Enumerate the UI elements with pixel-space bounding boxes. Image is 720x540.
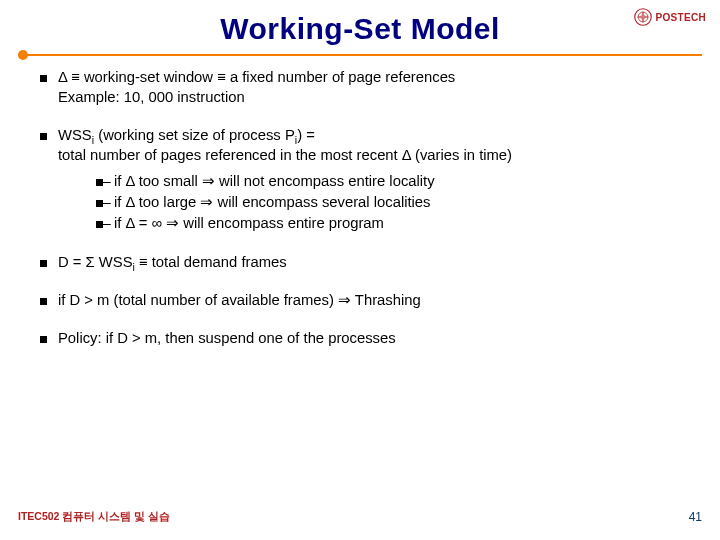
dash-bullet-icon: – xyxy=(96,172,114,192)
bullet-text: total number of pages referenced in the … xyxy=(58,147,512,163)
postech-crest-icon xyxy=(634,8,652,26)
slide-content: Δ ≡ working-set window ≡ a fixed number … xyxy=(0,58,720,349)
square-bullet-icon xyxy=(40,291,58,311)
logo-text: POSTECH xyxy=(656,12,706,23)
sub-bullet-text: if Δ = ∞ ⇒ will encompass entire program xyxy=(114,214,384,234)
slide-title: Working-Set Model xyxy=(40,12,680,46)
square-bullet-icon xyxy=(40,68,58,108)
university-logo: POSTECH xyxy=(634,8,706,26)
bullet-text: ≡ total demand frames xyxy=(135,254,287,270)
bullet-text: Δ ≡ working-set window ≡ a fixed number … xyxy=(58,69,455,85)
square-bullet-icon xyxy=(40,253,58,273)
dash-bullet-icon: – xyxy=(96,214,114,234)
course-code: ITEC502 컴퓨터 시스템 및 실습 xyxy=(18,510,170,524)
sub-bullet-item: – if Δ too small ⇒ will not encompass en… xyxy=(96,172,680,192)
square-bullet-icon xyxy=(40,329,58,349)
page-number: 41 xyxy=(689,510,702,524)
sub-bullet-text: if Δ too small ⇒ will not encompass enti… xyxy=(114,172,435,192)
bullet-text: WSS xyxy=(58,127,92,143)
horizontal-divider xyxy=(18,52,702,58)
bullet-text: (working set size of process P xyxy=(94,127,295,143)
bullet-item: Δ ≡ working-set window ≡ a fixed number … xyxy=(40,68,680,108)
square-bullet-icon xyxy=(40,126,58,235)
bullet-text: D = Σ WSS xyxy=(58,254,133,270)
sub-bullet-text: if Δ too large ⇒ will encompass several … xyxy=(114,193,431,213)
bullet-text: if D > m (total number of available fram… xyxy=(58,291,680,311)
bullet-text: Policy: if D > m, then suspend one of th… xyxy=(58,329,680,349)
bullet-item: D = Σ WSSi ≡ total demand frames xyxy=(40,253,680,273)
sub-bullet-item: – if Δ = ∞ ⇒ will encompass entire progr… xyxy=(96,214,680,234)
bullet-text: ) = xyxy=(297,127,315,143)
dash-bullet-icon: – xyxy=(96,193,114,213)
bullet-text: Example: 10, 000 instruction xyxy=(58,89,245,105)
sub-bullet-item: – if Δ too large ⇒ will encompass severa… xyxy=(96,193,680,213)
bullet-item: if D > m (total number of available fram… xyxy=(40,291,680,311)
bullet-item: WSSi (working set size of process Pi) = … xyxy=(40,126,680,235)
bullet-item: Policy: if D > m, then suspend one of th… xyxy=(40,329,680,349)
